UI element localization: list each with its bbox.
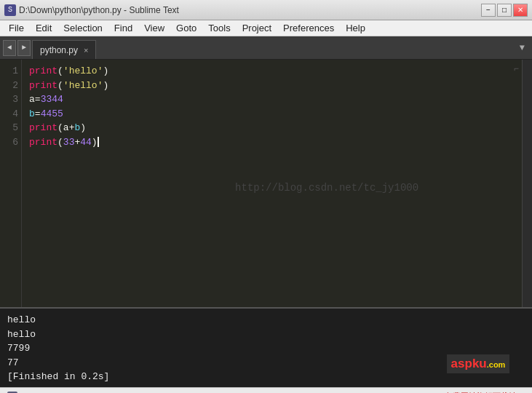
code-line-5: print(a+b) <box>29 121 515 135</box>
line-number: 2 <box>3 79 18 93</box>
menu-bar: File Edit Selection Find View Goto Tools… <box>0 20 532 36</box>
menu-file[interactable]: File <box>3 20 30 36</box>
line-number: 3 <box>3 92 18 107</box>
window-title: D:\Down\python\python.py - Sublime Text <box>19 5 179 15</box>
code-editor[interactable]: print('hello') print('hello') a=3344 b=4… <box>22 60 522 307</box>
close-button[interactable]: ✕ <box>513 4 528 17</box>
window-controls: − □ ✕ <box>481 4 528 17</box>
line-number: 1 <box>3 64 18 79</box>
menu-view[interactable]: View <box>138 20 170 36</box>
tab-dropdown[interactable]: ▼ <box>515 41 529 55</box>
code-line-2: print('hello') <box>29 79 515 93</box>
code-line-1: print('hello') <box>29 64 515 79</box>
status-bar: ≡ Line 6, Column 13 Tab Size: 4 免费网站旗舰下载… <box>0 387 532 393</box>
menu-tools[interactable]: Tools <box>202 20 236 36</box>
maximize-button[interactable]: □ <box>497 4 512 17</box>
editor-area[interactable]: 1 2 3 4 5 6 print('hello') print('hello'… <box>0 60 532 307</box>
code-line-3: a=3344 <box>29 92 515 107</box>
line-numbers: 1 2 3 4 5 6 <box>0 60 22 307</box>
console-line-1: hello <box>7 313 525 328</box>
code-line-4: b=4455 <box>29 107 515 122</box>
title-bar: S D:\Down\python\python.py - Sublime Tex… <box>0 0 532 20</box>
tab-close-button[interactable]: × <box>82 46 90 55</box>
tab-bar: ◄ ► python.py × ▼ <box>0 36 532 60</box>
menu-edit[interactable]: Edit <box>30 20 57 36</box>
app-icon: S <box>4 4 16 16</box>
minimize-button[interactable]: − <box>481 4 496 17</box>
tab-python-py[interactable]: python.py × <box>32 40 96 59</box>
title-bar-left: S D:\Down\python\python.py - Sublime Tex… <box>4 4 179 16</box>
tab-nav-right[interactable]: ► <box>17 40 31 56</box>
editor-scrollbar[interactable] <box>522 60 532 307</box>
menu-selection[interactable]: Selection <box>57 20 108 36</box>
aspku-brand: aspku.com <box>447 354 510 373</box>
aspku-logo: aspku.com <box>434 352 522 376</box>
menu-goto[interactable]: Goto <box>170 20 202 36</box>
menu-find[interactable]: Find <box>108 20 138 36</box>
menu-project[interactable]: Project <box>237 20 277 36</box>
tab-label: python.py <box>40 45 78 55</box>
line-number: 5 <box>3 121 18 135</box>
minimap-icon: ⌐ <box>514 64 519 74</box>
menu-preferences[interactable]: Preferences <box>277 20 340 36</box>
line-number: 4 <box>3 107 18 122</box>
console-line-2: hello <box>7 328 525 342</box>
line-number: 6 <box>3 135 18 150</box>
tab-nav-left[interactable]: ◄ <box>3 40 16 56</box>
watermark: http://blog.csdn.net/tc_jy1000 <box>235 180 418 196</box>
code-line-6: print(33+44) <box>29 135 515 150</box>
menu-help[interactable]: Help <box>340 20 371 36</box>
